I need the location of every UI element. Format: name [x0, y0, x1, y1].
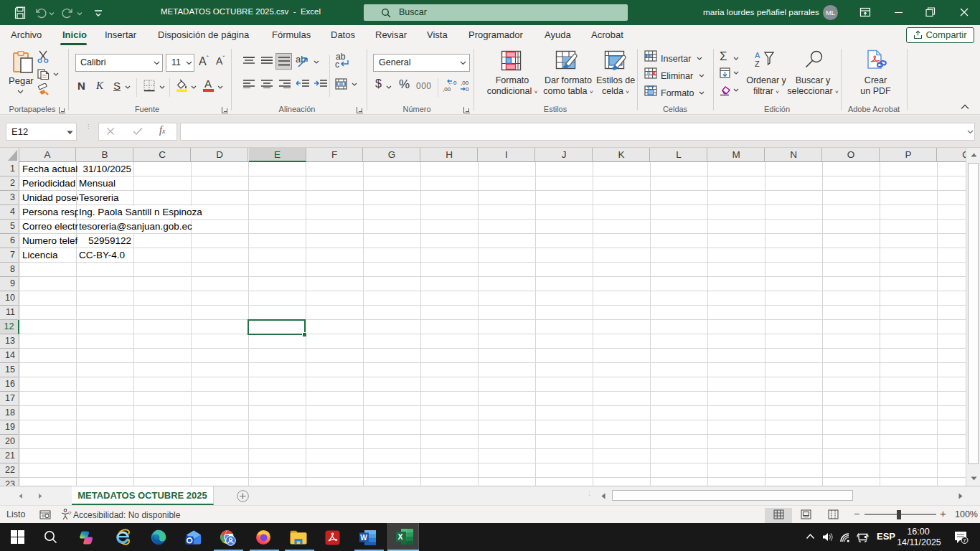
svg-text:X: X [398, 532, 403, 541]
svg-text:A: A [755, 51, 760, 60]
svg-text:Z: Z [755, 60, 760, 68]
svg-text:0: 0 [466, 86, 469, 92]
svg-text:,00: ,00 [461, 80, 469, 86]
svg-text:W: W [360, 534, 367, 542]
svg-text:←0: ←0 [448, 80, 457, 86]
svg-text:?: ? [68, 510, 72, 517]
svg-text:7: 7 [963, 537, 966, 544]
svg-text:,00: ,00 [443, 86, 451, 92]
